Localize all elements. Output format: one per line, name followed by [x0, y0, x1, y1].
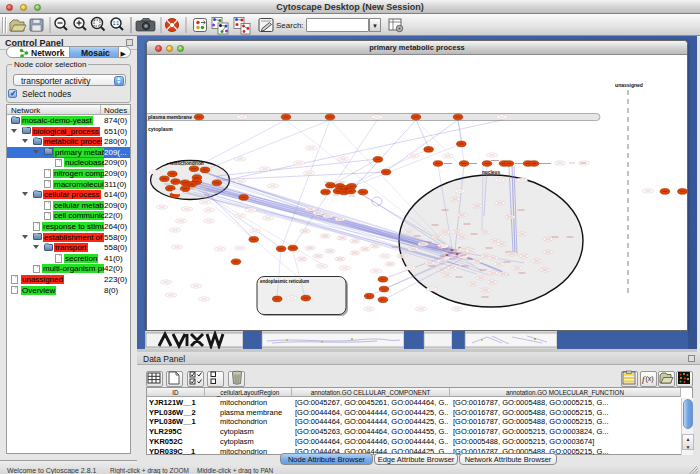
svg-text:(x): (x) [646, 375, 654, 383]
svg-text:unassigned: unassigned [615, 82, 643, 88]
svg-text:plasma membrane: plasma membrane [148, 114, 192, 120]
svg-text:nucleus: nucleus [482, 170, 500, 175]
svg-text:endoplasmic reticulum: endoplasmic reticulum [260, 279, 309, 284]
svg-text:1:1: 1:1 [113, 21, 120, 26]
svg-text:cytoplasm: cytoplasm [148, 126, 173, 132]
svg-text:mitochondrion: mitochondrion [170, 161, 204, 166]
